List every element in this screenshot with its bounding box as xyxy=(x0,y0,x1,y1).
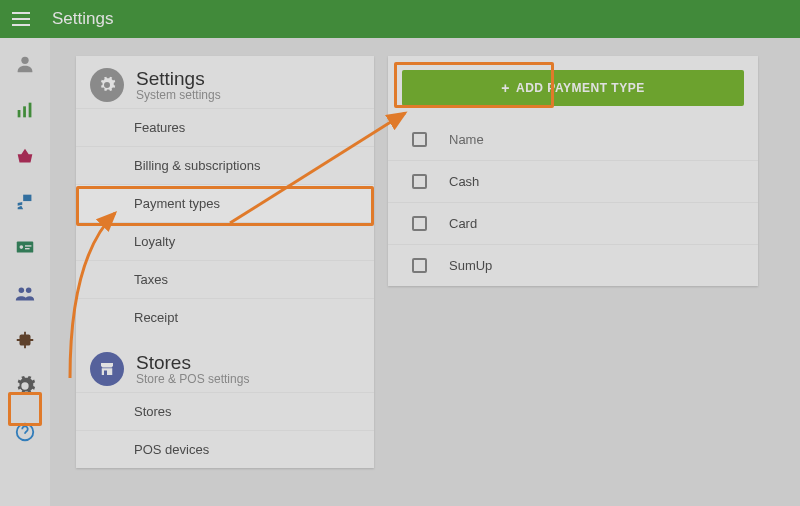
svg-point-9 xyxy=(19,288,24,294)
svg-rect-2 xyxy=(23,106,26,117)
payment-row-sumup[interactable]: SumUp xyxy=(388,244,758,286)
payment-row-label: Card xyxy=(449,216,477,231)
gear-icon xyxy=(90,68,124,102)
svg-rect-3 xyxy=(29,103,32,118)
inventory-icon[interactable] xyxy=(13,190,37,214)
customers-icon[interactable] xyxy=(13,282,37,306)
stores-item-stores[interactable]: Stores xyxy=(76,392,374,430)
sales-icon[interactable] xyxy=(13,98,37,122)
settings-section-title: Settings xyxy=(136,68,221,90)
payment-list-header: Name xyxy=(388,118,758,160)
stores-item-pos[interactable]: POS devices xyxy=(76,430,374,468)
svg-rect-1 xyxy=(18,110,21,117)
settings-icon[interactable] xyxy=(13,374,37,398)
svg-point-6 xyxy=(20,245,24,249)
store-icon xyxy=(90,352,124,386)
payment-row-label: SumUp xyxy=(449,258,492,273)
payment-types-panel: + ADD PAYMENT TYPE Name Cash Card SumUp xyxy=(388,56,758,286)
settings-item-loyalty[interactable]: Loyalty xyxy=(76,222,374,260)
svg-rect-8 xyxy=(25,248,30,249)
sidebar xyxy=(0,38,50,506)
checkbox[interactable] xyxy=(412,174,427,189)
payment-row-label: Cash xyxy=(449,174,479,189)
settings-item-features[interactable]: Features xyxy=(76,108,374,146)
add-payment-type-button[interactable]: + ADD PAYMENT TYPE xyxy=(402,70,744,106)
integrations-icon[interactable] xyxy=(13,328,37,352)
page-title: Settings xyxy=(52,9,113,29)
svg-rect-5 xyxy=(17,242,34,253)
settings-item-receipt[interactable]: Receipt xyxy=(76,298,374,336)
payment-row-cash[interactable]: Cash xyxy=(388,160,758,202)
account-icon[interactable] xyxy=(13,52,37,76)
basket-icon[interactable] xyxy=(13,144,37,168)
stores-section-title: Stores xyxy=(136,352,249,374)
settings-panel: Settings System settings Features Billin… xyxy=(76,56,374,468)
column-header-name: Name xyxy=(449,132,484,147)
settings-item-billing[interactable]: Billing & subscriptions xyxy=(76,146,374,184)
help-icon[interactable] xyxy=(13,420,37,444)
svg-rect-12 xyxy=(104,371,107,376)
payment-row-card[interactable]: Card xyxy=(388,202,758,244)
stores-section-subtitle: Store & POS settings xyxy=(136,372,249,386)
svg-point-10 xyxy=(26,288,31,294)
employees-icon[interactable] xyxy=(13,236,37,260)
checkbox[interactable] xyxy=(412,258,427,273)
svg-rect-7 xyxy=(25,245,31,246)
add-payment-type-label: ADD PAYMENT TYPE xyxy=(516,81,645,95)
plus-icon: + xyxy=(501,80,510,96)
checkbox-all[interactable] xyxy=(412,132,427,147)
svg-rect-4 xyxy=(23,195,31,201)
settings-item-payment-types[interactable]: Payment types xyxy=(76,184,374,222)
menu-icon[interactable] xyxy=(12,12,30,26)
settings-item-taxes[interactable]: Taxes xyxy=(76,260,374,298)
checkbox[interactable] xyxy=(412,216,427,231)
svg-point-0 xyxy=(21,57,28,64)
settings-section-subtitle: System settings xyxy=(136,88,221,102)
